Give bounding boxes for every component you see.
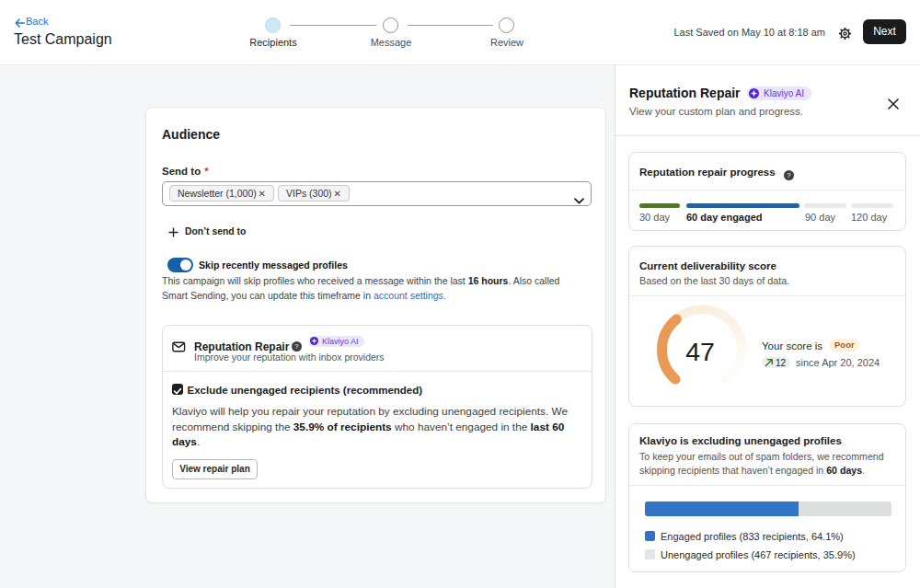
svg-text:?: ? [294, 342, 299, 351]
svg-text:?: ? [787, 171, 791, 179]
